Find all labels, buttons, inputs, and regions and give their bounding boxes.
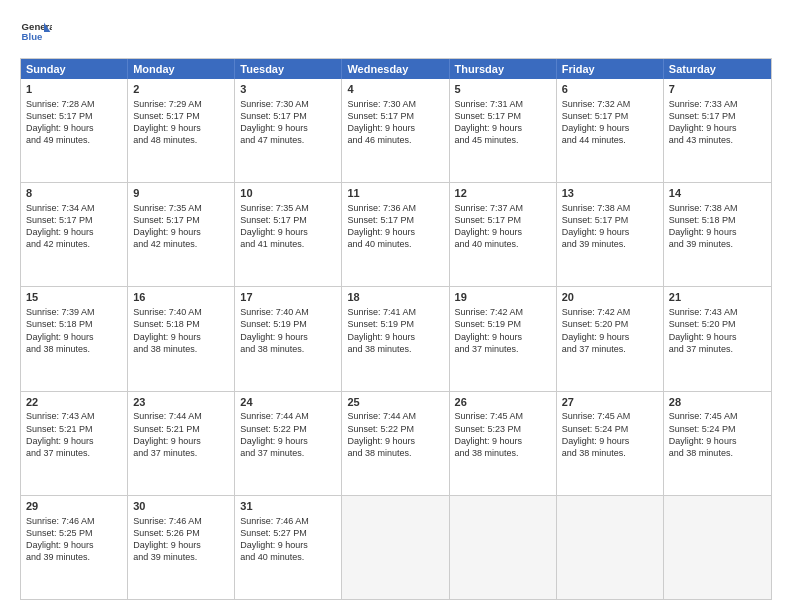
day-info-line: Sunrise: 7:33 AM	[669, 98, 766, 110]
day-info-line: Daylight: 9 hours	[455, 226, 551, 238]
day-info-line: Daylight: 9 hours	[26, 539, 122, 551]
day-info-line: and 48 minutes.	[133, 134, 229, 146]
day-info-line: Daylight: 9 hours	[347, 331, 443, 343]
empty-cell	[557, 496, 664, 599]
day-info-line: Sunset: 5:18 PM	[26, 318, 122, 330]
day-info-line: Sunset: 5:19 PM	[455, 318, 551, 330]
day-info-line: Sunrise: 7:45 AM	[562, 410, 658, 422]
calendar-body: 1Sunrise: 7:28 AMSunset: 5:17 PMDaylight…	[21, 79, 771, 599]
day-number: 18	[347, 290, 443, 305]
day-info-line: Sunrise: 7:44 AM	[240, 410, 336, 422]
day-info-line: and 38 minutes.	[455, 447, 551, 459]
empty-cell	[342, 496, 449, 599]
day-number: 6	[562, 82, 658, 97]
day-info-line: Sunset: 5:18 PM	[133, 318, 229, 330]
day-info-line: Daylight: 9 hours	[347, 122, 443, 134]
day-info-line: Daylight: 9 hours	[26, 226, 122, 238]
day-info-line: Daylight: 9 hours	[240, 122, 336, 134]
day-cell: 11Sunrise: 7:36 AMSunset: 5:17 PMDayligh…	[342, 183, 449, 286]
day-cell: 6Sunrise: 7:32 AMSunset: 5:17 PMDaylight…	[557, 79, 664, 182]
day-info-line: Sunset: 5:17 PM	[240, 214, 336, 226]
calendar-row: 15Sunrise: 7:39 AMSunset: 5:18 PMDayligh…	[21, 286, 771, 390]
day-cell: 16Sunrise: 7:40 AMSunset: 5:18 PMDayligh…	[128, 287, 235, 390]
calendar-header: SundayMondayTuesdayWednesdayThursdayFrid…	[21, 59, 771, 79]
day-info-line: Daylight: 9 hours	[133, 122, 229, 134]
day-info-line: Daylight: 9 hours	[26, 435, 122, 447]
day-info-line: Sunset: 5:17 PM	[347, 214, 443, 226]
day-info-line: and 37 minutes.	[26, 447, 122, 459]
day-info-line: Sunset: 5:24 PM	[562, 423, 658, 435]
day-cell: 14Sunrise: 7:38 AMSunset: 5:18 PMDayligh…	[664, 183, 771, 286]
day-info-line: Sunset: 5:18 PM	[669, 214, 766, 226]
day-info-line: Daylight: 9 hours	[669, 331, 766, 343]
day-info-line: Sunrise: 7:42 AM	[562, 306, 658, 318]
day-cell: 1Sunrise: 7:28 AMSunset: 5:17 PMDaylight…	[21, 79, 128, 182]
day-cell: 12Sunrise: 7:37 AMSunset: 5:17 PMDayligh…	[450, 183, 557, 286]
day-cell: 8Sunrise: 7:34 AMSunset: 5:17 PMDaylight…	[21, 183, 128, 286]
day-number: 9	[133, 186, 229, 201]
day-number: 27	[562, 395, 658, 410]
day-number: 7	[669, 82, 766, 97]
day-number: 25	[347, 395, 443, 410]
day-info-line: Sunrise: 7:30 AM	[240, 98, 336, 110]
day-info-line: Daylight: 9 hours	[562, 122, 658, 134]
day-info-line: and 39 minutes.	[669, 238, 766, 250]
day-number: 26	[455, 395, 551, 410]
day-info-line: Daylight: 9 hours	[669, 226, 766, 238]
day-cell: 19Sunrise: 7:42 AMSunset: 5:19 PMDayligh…	[450, 287, 557, 390]
day-info-line: Daylight: 9 hours	[455, 122, 551, 134]
day-info-line: Daylight: 9 hours	[669, 122, 766, 134]
day-info-line: Daylight: 9 hours	[240, 226, 336, 238]
day-cell: 30Sunrise: 7:46 AMSunset: 5:26 PMDayligh…	[128, 496, 235, 599]
day-info-line: Sunset: 5:20 PM	[562, 318, 658, 330]
day-info-line: Sunrise: 7:46 AM	[240, 515, 336, 527]
day-info-line: Daylight: 9 hours	[133, 331, 229, 343]
weekday-header: Friday	[557, 59, 664, 79]
day-number: 1	[26, 82, 122, 97]
day-info-line: Sunset: 5:17 PM	[26, 214, 122, 226]
weekday-header: Wednesday	[342, 59, 449, 79]
calendar: SundayMondayTuesdayWednesdayThursdayFrid…	[20, 58, 772, 600]
day-number: 19	[455, 290, 551, 305]
day-number: 28	[669, 395, 766, 410]
day-info-line: and 47 minutes.	[240, 134, 336, 146]
day-info-line: Sunset: 5:17 PM	[240, 110, 336, 122]
day-info-line: and 49 minutes.	[26, 134, 122, 146]
day-cell: 27Sunrise: 7:45 AMSunset: 5:24 PMDayligh…	[557, 392, 664, 495]
day-info-line: Sunrise: 7:28 AM	[26, 98, 122, 110]
weekday-header: Sunday	[21, 59, 128, 79]
day-info-line: Sunset: 5:17 PM	[455, 110, 551, 122]
day-cell: 9Sunrise: 7:35 AMSunset: 5:17 PMDaylight…	[128, 183, 235, 286]
day-info-line: Sunrise: 7:42 AM	[455, 306, 551, 318]
day-info-line: Sunrise: 7:46 AM	[133, 515, 229, 527]
day-info-line: Sunset: 5:22 PM	[240, 423, 336, 435]
calendar-row: 8Sunrise: 7:34 AMSunset: 5:17 PMDaylight…	[21, 182, 771, 286]
day-info-line: Sunset: 5:19 PM	[240, 318, 336, 330]
day-cell: 15Sunrise: 7:39 AMSunset: 5:18 PMDayligh…	[21, 287, 128, 390]
day-info-line: Sunset: 5:20 PM	[669, 318, 766, 330]
day-info-line: Sunset: 5:17 PM	[669, 110, 766, 122]
weekday-header: Thursday	[450, 59, 557, 79]
day-info-line: Sunset: 5:17 PM	[347, 110, 443, 122]
day-info-line: and 38 minutes.	[240, 343, 336, 355]
day-number: 5	[455, 82, 551, 97]
day-cell: 26Sunrise: 7:45 AMSunset: 5:23 PMDayligh…	[450, 392, 557, 495]
day-cell: 23Sunrise: 7:44 AMSunset: 5:21 PMDayligh…	[128, 392, 235, 495]
day-info-line: Daylight: 9 hours	[26, 122, 122, 134]
day-info-line: and 40 minutes.	[455, 238, 551, 250]
day-info-line: Sunset: 5:21 PM	[133, 423, 229, 435]
day-cell: 17Sunrise: 7:40 AMSunset: 5:19 PMDayligh…	[235, 287, 342, 390]
day-cell: 10Sunrise: 7:35 AMSunset: 5:17 PMDayligh…	[235, 183, 342, 286]
day-info-line: Daylight: 9 hours	[562, 331, 658, 343]
day-info-line: Daylight: 9 hours	[669, 435, 766, 447]
weekday-header: Saturday	[664, 59, 771, 79]
day-cell: 7Sunrise: 7:33 AMSunset: 5:17 PMDaylight…	[664, 79, 771, 182]
day-number: 10	[240, 186, 336, 201]
day-info-line: Daylight: 9 hours	[133, 435, 229, 447]
day-info-line: Sunrise: 7:38 AM	[562, 202, 658, 214]
day-number: 22	[26, 395, 122, 410]
day-info-line: Sunset: 5:25 PM	[26, 527, 122, 539]
day-info-line: Sunset: 5:26 PM	[133, 527, 229, 539]
day-info-line: Sunrise: 7:43 AM	[669, 306, 766, 318]
day-info-line: and 42 minutes.	[26, 238, 122, 250]
